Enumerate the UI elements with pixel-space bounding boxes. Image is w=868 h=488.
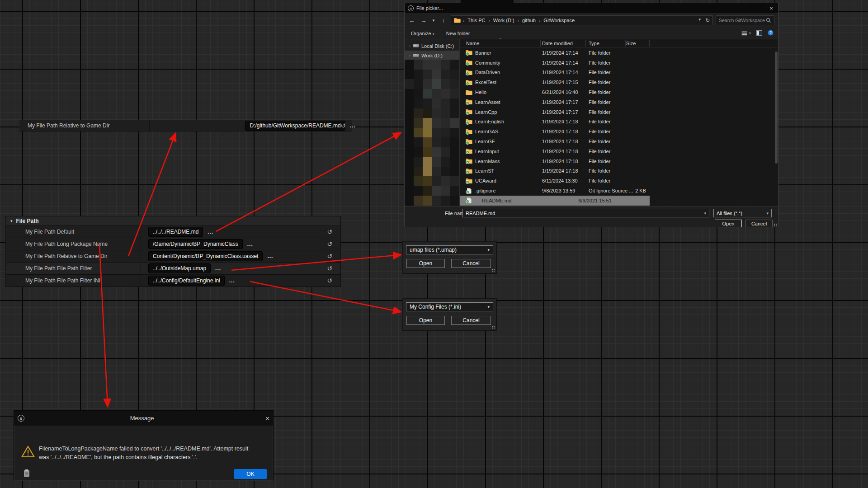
path-value-field[interactable]: ../../../README.md	[148, 227, 203, 237]
picker-cancel-button[interactable]: Cancel	[745, 220, 773, 227]
search-box[interactable]	[716, 15, 774, 25]
column-splitter[interactable]	[141, 226, 141, 238]
table-row[interactable]: ExcelTest1/19/2024 17:15File folder	[460, 77, 778, 87]
column-name[interactable]: Name	[466, 41, 479, 46]
file-path-section-header[interactable]: ▾ File Path	[5, 216, 341, 226]
table-row[interactable]: Community1/19/2024 17:14File folder	[460, 58, 778, 68]
breadcrumb-item[interactable]: Work (D:)	[493, 18, 514, 23]
table-row[interactable]: LearnAsset1/19/2024 17:17File folder	[460, 97, 778, 107]
ok-button[interactable]: OK	[234, 469, 267, 479]
preview-pane-icon[interactable]	[756, 30, 762, 37]
table-row[interactable]: Banner1/19/2024 17:14File folder	[460, 48, 778, 58]
column-splitter[interactable]	[141, 275, 141, 286]
property-label: My File Path Default	[25, 229, 74, 235]
file-name-dropdown-icon[interactable]: ▾	[704, 211, 706, 216]
breadcrumb-item[interactable]: github	[522, 18, 536, 23]
config-cancel-button[interactable]: Cancel	[451, 316, 491, 325]
browse-ellipsis-button[interactable]: ...	[267, 253, 273, 259]
table-row[interactable]: .gitignore9/8/2023 13:59Git Ignore Sourc…	[460, 186, 778, 196]
reset-to-default-icon[interactable]: ↺	[327, 265, 332, 272]
config-open-button[interactable]: Open	[406, 316, 445, 325]
copy-to-clipboard-icon[interactable]	[24, 469, 30, 477]
reset-to-default-icon[interactable]: ↺	[327, 228, 332, 235]
search-input[interactable]	[719, 18, 766, 23]
folder-git-icon	[466, 60, 472, 66]
expand-chevron-icon[interactable]: ›	[409, 44, 410, 48]
resize-grip[interactable]	[491, 325, 495, 329]
table-row[interactable]: README.md6/9/2021 15:51Markdown File1 KB	[460, 196, 778, 206]
column-type[interactable]: Type	[589, 41, 599, 46]
address-bar[interactable]: ›This PC›Work (D:)›github›GitWorkspace ▾…	[451, 15, 713, 25]
file-name-input[interactable]: README.md ▾	[462, 209, 709, 217]
browse-ellipsis-button[interactable]: ...	[350, 122, 356, 129]
table-row[interactable]: LearnEnglish1/19/2024 17:18File folder	[460, 117, 778, 127]
property-row: My File Path File Path Filter INI../../C…	[5, 275, 341, 287]
help-icon[interactable]: ?	[768, 30, 774, 37]
breadcrumb[interactable]: ›This PC›Work (D:)›github›GitWorkspace	[463, 18, 575, 23]
browse-ellipsis-button[interactable]: ...	[215, 265, 221, 272]
resize-grip[interactable]	[774, 223, 777, 227]
browse-ellipsis-button[interactable]: ...	[229, 277, 235, 284]
umap-filter-dropdown[interactable]: umap files (*.umap) ▾	[406, 245, 493, 254]
table-row[interactable]: LearnST1/19/2024 17:18File folder	[460, 166, 778, 176]
file-name: LearnST	[475, 168, 494, 174]
organize-menu[interactable]: Organize ▾	[411, 31, 434, 36]
table-row[interactable]: LearnGF1/19/2024 17:18File folder	[460, 136, 778, 146]
column-splitter[interactable]	[149, 120, 150, 131]
reset-to-default-icon[interactable]: ↺	[340, 122, 346, 129]
search-icon	[766, 18, 771, 23]
sidebar-item-work-d-[interactable]: ›Work (D:)	[405, 51, 459, 60]
path-value-field[interactable]: ../../OutsideMap.umap	[148, 263, 211, 273]
column-splitter[interactable]	[141, 263, 141, 274]
browse-ellipsis-button[interactable]: ...	[247, 241, 253, 247]
forward-icon[interactable]: →	[419, 17, 428, 24]
umap-cancel-button[interactable]: Cancel	[451, 259, 491, 268]
column-size[interactable]: Size	[626, 41, 636, 46]
message-close-icon[interactable]: ×	[259, 414, 269, 422]
message-title-bar[interactable]: u Message ×	[14, 411, 273, 426]
column-date[interactable]: Date modified	[542, 41, 573, 46]
refresh-icon[interactable]: ↻	[705, 17, 710, 23]
table-row[interactable]: LearnMass1/19/2024 17:18File folder	[460, 156, 778, 166]
breadcrumb-item[interactable]: This PC	[467, 18, 485, 23]
list-scrollbar[interactable]	[775, 52, 778, 164]
new-folder-button[interactable]: New folder	[446, 31, 470, 36]
expand-chevron-icon[interactable]: ›	[409, 53, 410, 58]
reset-to-default-icon[interactable]: ↺	[327, 253, 332, 260]
file-type: File folder	[589, 89, 610, 95]
address-dropdown-icon[interactable]: ▾	[698, 17, 701, 23]
picker-footer: File name: README.md ▾ All files (*.*) ▾…	[405, 206, 778, 228]
reset-to-default-icon[interactable]: ↺	[327, 277, 332, 284]
filter-dropdown-icon[interactable]: ▾	[766, 211, 769, 216]
table-row[interactable]: UCAward6/11/2024 13:30File folder	[460, 176, 778, 186]
back-icon[interactable]: ←	[407, 17, 416, 24]
path-value-field[interactable]: D:/github/GitWorkspace/README.md	[245, 121, 345, 131]
sidebar-item-local-disk-c-[interactable]: ›Local Disk (C:)	[405, 41, 459, 51]
path-value-field[interactable]: /Game/Dynamic/BP_DynamicClass	[148, 239, 243, 249]
column-splitter[interactable]	[141, 238, 141, 250]
table-row[interactable]: LearnGAS1/19/2024 17:18File folder	[460, 127, 778, 136]
chevron-down-icon: ▾	[487, 305, 490, 309]
table-row[interactable]: Hello6/21/2024 16:40File folder	[460, 87, 778, 97]
view-list-icon[interactable]: ▾	[741, 31, 751, 36]
table-row[interactable]: LearnCpp1/19/2024 17:17File folder	[460, 107, 778, 117]
up-icon[interactable]: ↑	[439, 17, 448, 24]
recent-locations-icon[interactable]: ▾	[431, 18, 436, 23]
umap-open-button[interactable]: Open	[406, 259, 445, 268]
config-filter-dropdown[interactable]: My Config Files (*.ini) ▾	[406, 302, 493, 311]
reset-to-default-icon[interactable]: ↺	[327, 240, 332, 248]
file-date: 6/21/2024 16:40	[542, 89, 578, 95]
path-value-field[interactable]: Content/Dynamic/BP_DynamicClass.uasset	[148, 251, 263, 261]
file-type-filter-dropdown[interactable]: All files (*.*) ▾	[713, 209, 772, 217]
collapse-triangle-icon[interactable]: ▾	[10, 219, 13, 223]
picker-close-icon[interactable]: ×	[764, 5, 778, 12]
table-row[interactable]: LearnInput1/19/2024 17:18File folder	[460, 146, 778, 156]
column-splitter[interactable]	[141, 250, 141, 262]
picker-open-button[interactable]: Open	[715, 220, 742, 227]
path-value-field[interactable]: ../../Config/DefaultEngine.ini	[148, 276, 225, 286]
browse-ellipsis-button[interactable]: ...	[208, 229, 213, 235]
breadcrumb-item[interactable]: GitWorkspace	[543, 18, 575, 23]
picker-title-bar[interactable]: u File picker... ×	[405, 3, 778, 13]
table-row[interactable]: DataDriven1/19/2024 17:14File folder	[460, 68, 778, 78]
resize-grip[interactable]	[491, 268, 495, 272]
